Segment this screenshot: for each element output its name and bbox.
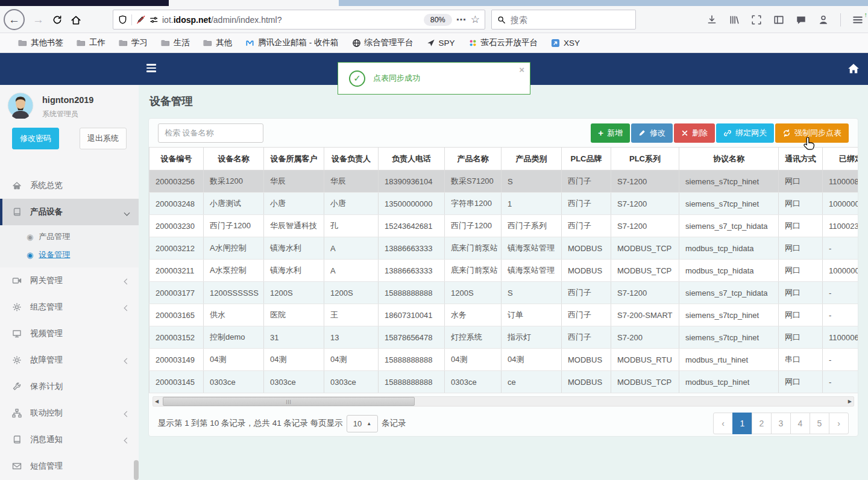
table-cell[interactable]: 镇海泵站管理 [502, 237, 562, 260]
sidebar-item-3[interactable]: 网关管理 [0, 267, 139, 294]
browser-search-box[interactable] [491, 10, 636, 30]
table-cell[interactable]: 西门子 [562, 304, 611, 326]
table-cell[interactable]: 15888888888 [379, 349, 445, 371]
submenu-item-1[interactable]: ◉产品管理 [0, 228, 139, 246]
prev-page-button[interactable]: ‹ [713, 413, 733, 434]
table-cell[interactable]: siemens_s7tcp_hinet [679, 170, 779, 193]
sidebar-item-8[interactable]: 联动控制 [0, 400, 139, 426]
table-cell[interactable]: 底来门前泵站 [445, 260, 502, 282]
table-cell[interactable]: 西门子 [562, 193, 611, 215]
table-cell[interactable]: 华辰 [324, 170, 379, 193]
table-cell[interactable]: 底来门前泵站 [445, 237, 502, 260]
table-cell[interactable]: S [502, 282, 562, 304]
table-cell[interactable]: 1200S [445, 282, 502, 304]
table-cell[interactable]: A [324, 260, 379, 282]
column-header[interactable]: PLC系列 [611, 148, 679, 170]
table-cell[interactable]: siemens_s7tcp_hinet [679, 304, 779, 326]
table-cell[interactable]: 订单 [502, 304, 562, 326]
table-cell[interactable]: 小唐测试 [204, 193, 264, 215]
shield-icon[interactable] [118, 15, 127, 24]
table-cell[interactable]: 网口 [779, 170, 823, 193]
back-button[interactable]: ← [4, 9, 25, 30]
table-cell[interactable]: 1 [502, 193, 562, 215]
sidebar-item-7[interactable]: 保养计划 [0, 373, 139, 400]
table-row[interactable]: 200003211A水泵控制镇海水利A13886663333底来门前泵站镇海泵站… [149, 260, 858, 282]
table-cell[interactable]: S [502, 170, 562, 193]
table-cell[interactable]: 0303ce [324, 371, 379, 393]
sidebar-item-5[interactable]: 视频管理 [0, 320, 139, 347]
table-cell[interactable]: 网口 [779, 282, 823, 304]
sidebar-toggle-icon[interactable] [773, 14, 784, 25]
table-cell[interactable]: A水泵控制 [204, 260, 264, 282]
account-icon[interactable] [818, 14, 829, 25]
table-cell[interactable]: modbus_tcp_hidata [679, 260, 779, 282]
table-cell[interactable]: MODBUS [562, 237, 611, 260]
table-cell[interactable]: 200003248 [149, 193, 204, 215]
table-cell[interactable]: 13500000000 [379, 193, 445, 215]
app-home-icon[interactable] [848, 63, 860, 75]
logout-button[interactable]: 退出系统 [80, 128, 127, 149]
column-header[interactable]: PLC品牌 [562, 148, 611, 170]
table-cell[interactable]: 数采1200 [204, 170, 264, 193]
bookmark-item[interactable]: 其他书签 [18, 37, 63, 48]
url-bar[interactable]: iot.idosp.net/admin/index.html? 80% ⋯ ☆ [113, 10, 485, 30]
column-header[interactable]: 设备编号 [149, 148, 204, 170]
table-cell[interactable]: 小唐 [324, 193, 379, 215]
table-cell[interactable]: 西门子 [562, 282, 611, 304]
table-cell[interactable]: 1200S [264, 282, 324, 304]
table-cell[interactable]: A [324, 237, 379, 260]
table-cell[interactable]: 王 [324, 304, 379, 326]
table-cell[interactable]: 小唐 [264, 193, 324, 215]
page-button-3[interactable]: 3 [771, 413, 791, 434]
table-cell[interactable]: 04测 [502, 349, 562, 371]
table-cell[interactable]: 指示灯 [502, 326, 562, 349]
table-cell[interactable]: 医院 [264, 304, 324, 326]
column-header[interactable]: 设备负责人 [324, 148, 379, 170]
table-cell[interactable]: 200003149 [149, 349, 204, 371]
table-row[interactable]: 200003152控制demo311315878656478灯控系统指示灯西门子… [149, 326, 858, 349]
table-cell[interactable]: MODBUS [562, 371, 611, 393]
table-cell[interactable]: 网口 [779, 326, 823, 349]
table-cell[interactable]: 控制demo [204, 326, 264, 349]
table-cell[interactable]: 200003230 [149, 215, 204, 237]
url-text[interactable]: iot.idosp.net/admin/index.html? [162, 15, 281, 25]
bookmark-item[interactable]: 工作 [77, 37, 105, 48]
table-cell[interactable]: 31 [264, 326, 324, 349]
bookmark-item[interactable]: XSY [551, 39, 580, 48]
table-cell[interactable]: - [823, 237, 858, 260]
action-button-2[interactable]: 修改 [631, 123, 673, 143]
table-cell[interactable]: - [823, 304, 858, 326]
table-row[interactable]: 2000031771200SSSSSS1200S1200S15888888888… [149, 282, 858, 304]
table-cell[interactable]: - [823, 349, 858, 371]
table-row[interactable]: 200003248小唐测试小唐小唐13500000000字符串12001西门子S… [149, 193, 858, 215]
toast-close-icon[interactable]: × [519, 64, 524, 75]
table-cell[interactable]: MODBUS [562, 260, 611, 282]
page-actions-icon[interactable]: ⋯ [456, 14, 467, 25]
table-cell[interactable]: 网口 [779, 193, 823, 215]
table-cell[interactable]: 西门子系列 [502, 215, 562, 237]
table-cell[interactable]: 1100008 [823, 170, 858, 193]
table-cell[interactable]: 1100023 [823, 215, 858, 237]
table-row[interactable]: 200003212A水闸控制镇海水利A13886663333底来门前泵站镇海泵站… [149, 237, 858, 260]
table-cell[interactable]: A水闸控制 [204, 237, 264, 260]
bookmark-item[interactable]: 腾讯企业邮箱 - 收件箱 [245, 37, 339, 48]
table-cell[interactable]: 1200SSSSSS [204, 282, 264, 304]
menu-icon[interactable]: ↑ [852, 14, 863, 25]
table-cell[interactable]: 13886663333 [379, 260, 445, 282]
sidebar-item-10[interactable]: 短信管理 [0, 453, 139, 479]
table-row[interactable]: 2000031450303ce0303ce0303ce1588888888803… [149, 371, 858, 393]
table-cell[interactable]: 200003212 [149, 237, 204, 260]
active-tab-sliver[interactable] [169, 0, 339, 6]
sidebar-item-4[interactable]: 组态管理 [0, 294, 139, 320]
sidebar-item-1[interactable]: 系统总览 [0, 172, 139, 199]
bookmark-item[interactable]: 综合管理平台 [352, 37, 414, 48]
column-header[interactable]: 设备所属客户 [264, 148, 324, 170]
table-cell[interactable]: modbus_tcp_hidata [679, 237, 779, 260]
table-cell[interactable]: 镇海泵站管理 [502, 260, 562, 282]
table-cell[interactable]: 西门子1200 [204, 215, 264, 237]
table-cell[interactable]: 网口 [779, 260, 823, 282]
table-cell[interactable]: 华辰 [264, 170, 324, 193]
table-cell[interactable]: 西门子 [562, 215, 611, 237]
table-cell[interactable]: 网口 [779, 215, 823, 237]
table-cell[interactable]: 串口 [779, 349, 823, 371]
